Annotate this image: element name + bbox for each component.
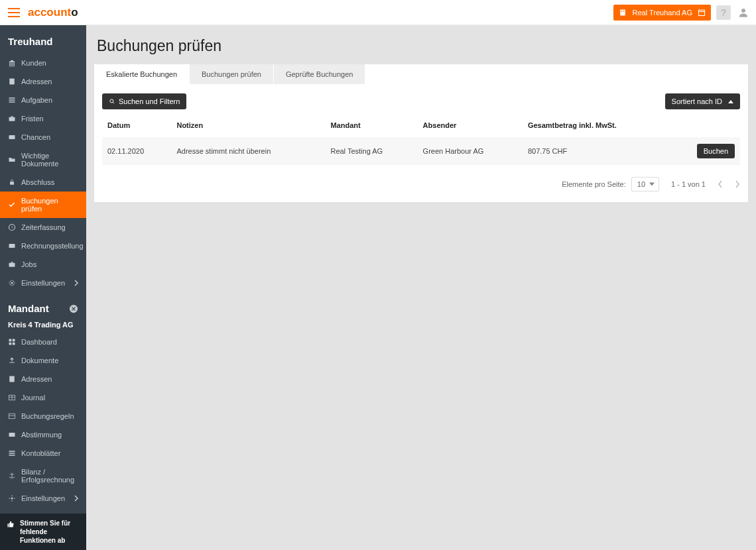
- svg-point-35: [110, 99, 113, 103]
- sidebar-item-adressen2[interactable]: Adressen: [0, 370, 86, 388]
- th-betrag[interactable]: Gesamtbetrag inkl. MwSt.: [523, 115, 668, 137]
- next-page-icon[interactable]: [735, 180, 740, 188]
- svg-rect-15: [9, 244, 15, 248]
- top-header: accounto Real Treuhand AG ?: [0, 0, 756, 25]
- sidebar-item-rechnung[interactable]: Rechnungsstellung: [0, 237, 86, 255]
- sidebar-item-label: Jobs: [21, 260, 36, 268]
- th-mandant[interactable]: Mandant: [325, 115, 417, 137]
- list-icon: [8, 449, 16, 457]
- money-icon: [8, 133, 16, 141]
- sort-button[interactable]: Sortiert nach ID: [665, 93, 740, 109]
- sidebar-item-dokumente2[interactable]: Dokumente: [0, 351, 86, 370]
- help-icon[interactable]: ?: [716, 5, 731, 20]
- svg-rect-17: [11, 262, 13, 263]
- cell-mandant: Real Testing AG: [325, 137, 417, 165]
- card-icon: [8, 431, 16, 439]
- svg-rect-31: [9, 451, 15, 452]
- pagination: Elemente pro Seite: 10 1 - 1 von 1: [102, 177, 740, 192]
- sidebar-item-dokumente[interactable]: Wichtige Dokumente: [0, 146, 86, 173]
- svg-rect-22: [9, 343, 12, 345]
- mandant-name: Kreis 4 Trading AG: [0, 321, 86, 333]
- briefcase-icon: [8, 115, 16, 123]
- sidebar-item-label: Wichtige Dokumente: [21, 152, 78, 168]
- tab-eskalierte[interactable]: Eskalierte Buchungen: [94, 64, 190, 84]
- page-title: Buchungen prüfen: [94, 37, 748, 55]
- folder-icon: [8, 156, 16, 164]
- svg-rect-13: [10, 182, 14, 185]
- card-icon: [8, 242, 16, 250]
- sidebar-item-bilanz[interactable]: Bilanz / Erfolgsrechnung: [0, 463, 86, 489]
- search-filter-button[interactable]: Suchen und Filtern: [102, 93, 186, 109]
- user-icon[interactable]: [736, 5, 751, 20]
- svg-rect-11: [11, 116, 13, 117]
- per-page-label: Elemente pro Seite:: [562, 180, 626, 188]
- close-circle-icon[interactable]: [69, 304, 78, 313]
- scales-icon: [8, 472, 16, 480]
- sidebar-item-chancen[interactable]: Chancen: [0, 128, 86, 146]
- sidebar-item-jobs[interactable]: Jobs: [0, 255, 86, 274]
- sidebar-item-abstimmung[interactable]: Abstimmung: [0, 425, 86, 444]
- sidebar-item-buchungsregeln[interactable]: Buchungsregeln: [0, 407, 86, 425]
- svg-rect-12: [9, 135, 15, 139]
- svg-point-5: [741, 9, 745, 13]
- svg-line-36: [113, 102, 114, 103]
- tab-buchungen-pruefen[interactable]: Buchungen prüfen: [190, 64, 274, 84]
- menu-toggle-icon[interactable]: [8, 8, 20, 17]
- sidebar-item-aufgaben[interactable]: Aufgaben: [0, 91, 86, 109]
- sidebar-item-zeiterfassung[interactable]: Zeiterfassung: [0, 218, 86, 237]
- prev-page-icon[interactable]: [718, 180, 723, 188]
- cell-datum: 02.11.2020: [102, 137, 171, 165]
- sidebar-section-treuhand: Treuhand: [0, 25, 86, 54]
- th-notizen[interactable]: Notizen: [171, 115, 325, 137]
- sidebar-item-adressen[interactable]: Adressen: [0, 72, 86, 91]
- svg-rect-20: [9, 339, 12, 342]
- cell-notizen: Adresse stimmt nicht überein: [171, 137, 325, 165]
- sidebar-item-label: Dokumente: [21, 357, 58, 364]
- sidebar-item-label: Zeiterfassung: [21, 223, 66, 231]
- grid-icon: [8, 338, 16, 346]
- sidebar-item-label: Kunden: [21, 59, 46, 67]
- address-icon: [8, 78, 16, 85]
- cell-betrag: 807.75 CHF: [523, 137, 668, 165]
- sidebar-item-label: Journal: [21, 394, 45, 402]
- vote-box[interactable]: Stimmen Sie für fehlende Funktionen ab: [0, 514, 86, 550]
- table-row[interactable]: 02.11.2020 Adresse stimmt nicht überein …: [102, 137, 740, 165]
- cell-absender: Green Harbour AG: [418, 137, 523, 165]
- gear-icon: [8, 494, 16, 502]
- logo[interactable]: accounto: [28, 6, 78, 19]
- sidebar-section-mandant: Mandant: [0, 292, 86, 321]
- sidebar-item-einstellungen[interactable]: Einstellungen: [0, 274, 86, 292]
- th-datum[interactable]: Datum: [102, 115, 171, 137]
- thumbs-up-icon: [7, 520, 15, 528]
- per-page-select[interactable]: 10: [631, 177, 659, 192]
- sidebar-item-buchungen-pruefen[interactable]: Buchungen prüfen: [0, 192, 86, 218]
- svg-rect-1: [621, 11, 623, 12]
- logo-text-2: o: [71, 6, 78, 19]
- svg-rect-0: [621, 9, 626, 15]
- svg-rect-21: [13, 339, 15, 342]
- sidebar-item-fristen[interactable]: Fristen: [0, 109, 86, 128]
- th-absender[interactable]: Absender: [418, 115, 523, 137]
- sidebar-item-kunden[interactable]: Kunden: [0, 54, 86, 72]
- org-name: Real Treuhand AG: [632, 9, 692, 17]
- book-button[interactable]: Buchen: [697, 144, 735, 158]
- building-icon: [619, 9, 627, 17]
- sidebar-item-journal[interactable]: Journal: [0, 388, 86, 407]
- address-icon: [8, 375, 16, 383]
- org-badge[interactable]: Real Treuhand AG: [613, 5, 711, 21]
- sidebar-item-einstellungen2[interactable]: Einstellungen: [0, 489, 86, 508]
- svg-rect-6: [9, 79, 15, 85]
- tab-geprueft[interactable]: Geprüfte Buchungen: [274, 64, 366, 84]
- sidebar-item-abschluss[interactable]: Abschluss: [0, 173, 86, 192]
- svg-rect-32: [9, 453, 15, 454]
- sidebar-item-label: Adressen: [21, 375, 52, 383]
- sidebar-item-label: Abschluss: [21, 178, 54, 186]
- svg-rect-8: [9, 99, 15, 101]
- svg-rect-10: [9, 117, 15, 121]
- sidebar-item-kontoblaetter[interactable]: Kontoblätter: [0, 444, 86, 463]
- sidebar-item-label: Abstimmung: [21, 431, 62, 439]
- sidebar-item-label: Chancen: [21, 133, 50, 141]
- sidebar-item-dashboard[interactable]: Dashboard: [0, 333, 86, 351]
- svg-rect-16: [9, 263, 15, 267]
- gear-icon: [8, 279, 16, 287]
